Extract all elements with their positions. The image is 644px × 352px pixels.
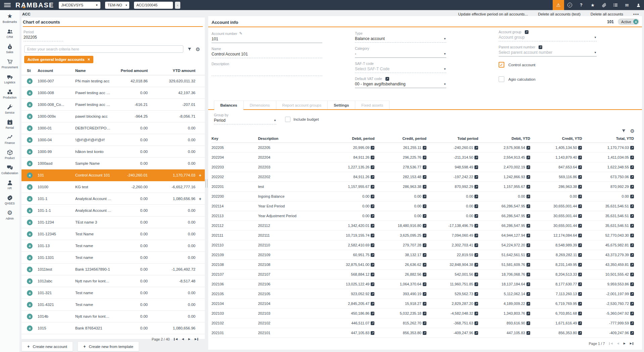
history-toggle-button[interactable]: ‹ (175, 2, 180, 9)
goto-icon[interactable]: ↗ (630, 165, 634, 169)
goto-icon[interactable]: ↗ (423, 175, 426, 179)
goto-icon[interactable]: ↗ (630, 302, 634, 306)
goto-icon[interactable]: ↗ (526, 273, 530, 276)
goto-icon[interactable]: ↗ (371, 234, 374, 237)
goto-icon[interactable]: ↗ (578, 253, 582, 257)
goto-icon[interactable]: ↗ (474, 302, 478, 306)
balance-row[interactable]: 20220220220284,911.26↗282,153.48↗-197,24… (212, 172, 634, 182)
first-page-icon[interactable]: ◀ (174, 338, 177, 341)
goto-icon[interactable]: ↗ (474, 263, 478, 267)
col-total-ytd[interactable]: Total, YTD (582, 135, 634, 143)
col-description[interactable]: Description (258, 135, 323, 143)
goto-icon[interactable]: ↗ (578, 263, 582, 267)
balance-row[interactable]: 202201test1,157,955.67↗286,963.38↗870,99… (212, 182, 634, 192)
account-row[interactable]: 41000-008_Co...Pawel testing acc dimensi… (21, 99, 205, 111)
account-row[interactable]: 4101-321Test name0.000.00 (21, 287, 205, 299)
prev-page-icon[interactable]: ◀ (617, 342, 619, 345)
goto-icon[interactable]: ↗ (474, 146, 478, 150)
goto-icon[interactable]: ↗ (578, 321, 582, 325)
col-ytd-amount[interactable]: YTD amount (148, 67, 195, 75)
goto-icon[interactable]: ↗ (474, 214, 478, 218)
goto-icon[interactable]: ↗ (630, 224, 634, 228)
balance-row[interactable]: 202105202105923,052.92↗393,490.19↗529,56… (212, 289, 634, 299)
filter-icon[interactable] (622, 129, 626, 133)
balance-row[interactable]: 2022032022031,227,135.26↗278,536.77↗948,… (212, 162, 634, 172)
expand-plus-icon[interactable]: + (195, 169, 205, 181)
goto-icon[interactable]: ↗ (526, 292, 530, 296)
balance-row[interactable]: 202113Year Adjustment Period0.00↗0.00↗0.… (212, 211, 634, 221)
goto-icon[interactable]: ↗ (423, 282, 426, 286)
goto-icon[interactable]: ↗ (474, 234, 478, 237)
approval-icon[interactable]: ✓ (564, 0, 576, 10)
tab-balances[interactable]: Balances (214, 101, 244, 109)
goto-icon[interactable]: ↗ (474, 282, 478, 286)
type-select[interactable]: Type Balance account▼ (355, 31, 446, 43)
goto-icon[interactable]: ↗ (423, 331, 426, 335)
category-select[interactable]: Category -▼ (355, 46, 446, 58)
account-row[interactable]: 4101-1234TEst name 30.000.00 (21, 217, 205, 228)
goto-icon[interactable]: ↗ (526, 253, 530, 257)
goto-icon[interactable]: ↗ (526, 224, 530, 228)
goto-icon[interactable]: ↗ (578, 234, 582, 237)
goto-icon[interactable]: ↗ (578, 146, 582, 150)
col-total-period[interactable]: Total period (426, 135, 478, 143)
balance-row[interactable]: 2021122021121,342,420.01↗18,480,916.80↗-… (212, 221, 634, 231)
first-page-icon[interactable]: ◀ (609, 342, 612, 345)
goto-icon[interactable]: ↗ (630, 243, 634, 247)
sidebar-item-production[interactable]: Production (0, 88, 19, 104)
goto-icon[interactable]: ↗ (630, 234, 634, 237)
goto-icon[interactable]: ↗ (526, 185, 530, 189)
goto-icon[interactable]: ↗ (526, 234, 530, 237)
account-row[interactable]: 41000-01DEBITCREDITPOSTINGTYP...0.000.00 (21, 122, 205, 134)
delete-all-accounts-action[interactable]: Delete all accounts (591, 12, 623, 16)
goto-icon[interactable]: ↗ (371, 292, 374, 296)
goto-icon[interactable]: ↗ (423, 146, 426, 150)
balance-row[interactable]: 202102202102446,511.07↗815,262.70↗-368,7… (212, 318, 634, 328)
update-effective-period-action[interactable]: Update effective period on all accounts.… (458, 12, 528, 16)
more-options-icon[interactable]: ••• (633, 12, 639, 16)
goto-icon[interactable]: ↗ (526, 175, 530, 179)
goto-icon[interactable]: ↗ (525, 30, 528, 34)
goto-icon[interactable]: ↗ (423, 312, 426, 315)
goto-icon[interactable]: ↗ (423, 263, 426, 267)
parent-account-select[interactable]: Parent account number↗ Select parent acc… (499, 45, 597, 56)
sidebar-item-sales[interactable]: Sales (0, 43, 19, 58)
last-page-icon[interactable]: ▶ (195, 338, 198, 341)
goto-icon[interactable]: ↗ (578, 243, 582, 247)
tasks-list-icon[interactable] (610, 0, 621, 10)
menu-icon[interactable] (4, 3, 11, 7)
goto-icon[interactable]: ↗ (578, 204, 582, 208)
goto-icon[interactable]: ↗ (526, 331, 530, 335)
balance-row[interactable]: 202200Ingoing Balance0.00↗0.00↗0.00↗0.00… (212, 192, 634, 201)
goto-icon[interactable]: ↗ (474, 224, 478, 228)
period-value[interactable]: 202205 (24, 34, 63, 41)
system-select[interactable]: JHCDEVSYS▼ (59, 2, 100, 9)
sidebar-item-finance[interactable]: Finance (0, 134, 19, 149)
goto-icon[interactable]: ↗ (578, 302, 582, 306)
goto-icon[interactable]: ↗ (578, 292, 582, 296)
account-row[interactable]: 41000asdSample Name0.000.00 (21, 158, 205, 169)
goto-icon[interactable]: ↗ (630, 253, 634, 257)
goto-icon[interactable]: ↗ (474, 175, 478, 179)
balance-row[interactable]: 2021102021102,582,410.69↗279,707.28↗2,30… (212, 240, 634, 250)
account-row[interactable]: 410100KG test-2,260.00-6,652,777.16 (21, 181, 205, 193)
goto-icon[interactable]: ↗ (371, 273, 374, 276)
goto-icon[interactable]: ↗ (423, 321, 426, 325)
goto-icon[interactable]: ↗ (578, 224, 582, 228)
col-account[interactable]: Account (38, 67, 75, 75)
balance-row[interactable]: 202103202103450,186.86↗5,032,235.18↗-4,5… (212, 309, 634, 318)
goto-icon[interactable]: ↗ (526, 282, 530, 286)
account-row[interactable]: 41000-009xpawel blocking acc-964.25-8,05… (21, 111, 205, 122)
goto-icon[interactable]: ↗ (423, 204, 426, 208)
account-number-field[interactable]: Account number✎ 101 (212, 31, 322, 43)
account-group-select[interactable]: Account group↗ Account group▼ (499, 30, 597, 41)
balance-row[interactable]: 202107202107568,884.12↗26,882.56↗542,001… (212, 270, 634, 279)
goto-icon[interactable]: ↗ (578, 175, 582, 179)
goto-icon[interactable]: ↗ (526, 321, 530, 325)
goto-icon[interactable]: ↗ (630, 282, 634, 286)
goto-icon[interactable]: ↗ (526, 312, 530, 315)
goto-icon[interactable]: ↗ (423, 243, 426, 247)
account-row[interactable]: 41000-99håkon test konto0.000.00 (21, 146, 205, 158)
help-icon[interactable]: ? (576, 0, 587, 10)
goto-icon[interactable]: ↗ (474, 195, 478, 198)
